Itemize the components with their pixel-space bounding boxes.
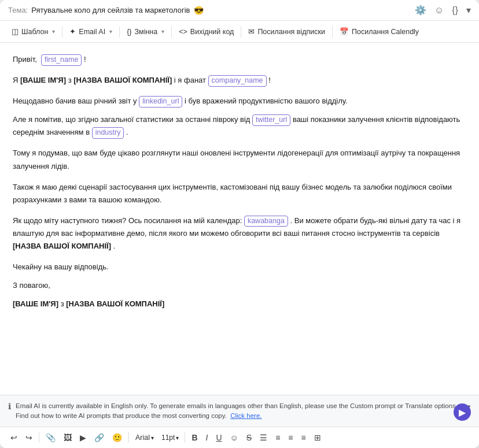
toolbar-sep-3 — [171, 26, 172, 38]
twitter-prefix: Але я помітив, що згідно загальної стати… — [13, 115, 252, 124]
signature-line: [ВАШЕ ІМ'Я] з [НАЗВА ВАШОЇ КОМПАНІЇ] — [13, 298, 466, 310]
tools-para: Тому я подумав, що вам буде цікаво розгл… — [13, 147, 466, 172]
table-button[interactable]: ⊞ — [311, 431, 325, 445]
italic-button[interactable]: I — [202, 431, 212, 445]
align-button[interactable]: ≡ — [285, 431, 296, 445]
calendar-company-bold: [НАЗВА ВАШОЇ КОМПАНІЇ] — [13, 242, 111, 250]
calendly-icon: 📅 — [340, 27, 349, 36]
video-button[interactable]: ▶ — [76, 431, 90, 445]
menu-icon[interactable]: ▾ — [466, 5, 471, 16]
variable-chevron: ▾ — [161, 28, 164, 35]
info-icon: ℹ — [8, 402, 11, 411]
line-spacing-button[interactable]: ≡ — [298, 431, 309, 445]
companyname-tag[interactable]: company_name — [208, 75, 267, 87]
info-text: Email AI is currently available in Engli… — [16, 401, 462, 421]
variable-label: Змінна — [135, 28, 158, 36]
bt-sep-2 — [128, 432, 129, 443]
unsub-icon: ✉ — [248, 27, 255, 36]
email-ai-label: Email AI — [79, 28, 105, 36]
code-icon[interactable]: {} — [452, 5, 458, 16]
ai-generate-button[interactable]: ▶ — [454, 403, 471, 421]
emoji-insert-button[interactable]: ☺ — [227, 431, 242, 445]
regards-line: З повагою, — [13, 279, 466, 292]
linkedin-prefix: Нещодавно бачив ваш річний звіт у — [13, 97, 139, 105]
source-code-button[interactable]: <> Вихідний код — [173, 25, 240, 39]
email-ai-button[interactable]: ✦ Email AI ▾ — [64, 24, 118, 39]
redo-button[interactable]: ↪ — [22, 431, 36, 445]
scenarios-para: Також я маю деякі сценарії застосування … — [13, 181, 466, 206]
greeting-suffix: ! — [84, 55, 86, 64]
bold-button[interactable]: B — [188, 431, 201, 445]
emoji-button[interactable]: 🙂 — [109, 431, 126, 445]
toolbar-sep-2 — [119, 26, 120, 38]
firstname-tag[interactable]: first_name — [41, 54, 82, 66]
info-link[interactable]: Click here. — [230, 412, 261, 419]
company-bold: [НАЗВА ВАШОЇ КОМПАНІЇ] — [73, 76, 172, 84]
source-label: Вихідний код — [190, 28, 234, 36]
customize-icon[interactable]: ⚙️ — [415, 5, 426, 16]
intro-suffix: ! — [268, 76, 271, 84]
linkedin-tag[interactable]: linkedin_url — [139, 96, 182, 108]
greeting-line: Привіт, first_name ! — [13, 53, 466, 66]
image-button[interactable]: 🖼 — [60, 431, 75, 445]
title-label: Тема: — [8, 6, 28, 14]
source-icon: <> — [179, 28, 187, 36]
ai-icon: ✦ — [69, 27, 76, 36]
link-button[interactable]: 🔗 — [91, 431, 108, 445]
twitter-tag[interactable]: twitter_url — [252, 114, 290, 126]
editor-toolbar: ◫ Шаблон ▾ ✦ Email AI ▾ {} Змінна ▾ <> В… — [0, 21, 479, 43]
variable-icon: {} — [127, 28, 131, 36]
font-size-label: 11pt — [161, 434, 175, 442]
unsub-label: Посилання відписки — [257, 28, 325, 36]
font-label: Arial — [135, 434, 150, 442]
title-bar: Тема: Рятувальне коло для сейлзів та мар… — [0, 0, 479, 21]
sig-company: [НАЗВА ВАШОЇ КОМПАНІЇ] — [66, 299, 164, 308]
variable-button[interactable]: {} Змінна ▾ — [121, 25, 170, 39]
template-icon: ◫ — [12, 27, 19, 36]
email-editor-window: Тема: Рятувальне коло для сейлзів та мар… — [0, 0, 479, 448]
bullet-list-button[interactable]: ☰ — [256, 431, 271, 445]
editor-content[interactable]: Привіт, first_name ! Я [ВАШЕ ІМ'Я] з [НА… — [0, 43, 479, 395]
calendly-label: Посилання Calendly — [352, 28, 419, 36]
title-emoji: 😎 — [194, 6, 204, 15]
template-button[interactable]: ◫ Шаблон ▾ — [6, 24, 61, 39]
twitter-line: Але я помітив, що згідно загальної стати… — [13, 113, 466, 139]
template-chevron: ▾ — [52, 28, 55, 35]
strikethrough-button[interactable]: S — [243, 431, 255, 445]
undo-button[interactable]: ↩ — [7, 431, 21, 445]
font-selector[interactable]: Arial ▾ — [132, 432, 157, 443]
intro-line: Я [ВАШЕ ІМ'Я] з [НАЗВА ВАШОЇ КОМПАНІЇ] і… — [13, 74, 466, 87]
linkedin-suffix: і був вражений продуктивністю вашого від… — [185, 97, 348, 105]
toolbar-sep-1 — [62, 26, 62, 38]
your-name-bold: [ВАШЕ ІМ'Я] — [20, 76, 66, 84]
title-bar-left: Тема: Рятувальне коло для сейлзів та мар… — [8, 6, 204, 15]
emoji-picker-icon[interactable]: ☺ — [434, 5, 444, 16]
linkedin-line: Нещодавно бачив ваш річний звіт у linked… — [13, 95, 466, 108]
kawabanga-tag[interactable]: kawabanga — [244, 216, 288, 227]
info-bar: ℹ Email AI is currently available in Eng… — [0, 395, 479, 427]
email-subject: Рятувальне коло для сейлзів та маркетоло… — [31, 6, 190, 14]
ai-chevron: ▾ — [109, 28, 112, 35]
sig-middle: з — [61, 299, 67, 308]
sig-name: [ВАШЕ ІМ'Я] — [13, 299, 58, 308]
calendar-para: Як щодо міту наступного тижня? Ось посил… — [13, 214, 466, 253]
closing-line: Чекайну на вашу відповідь. — [13, 261, 466, 273]
greeting-text: Привіт, — [13, 55, 37, 64]
calendly-button[interactable]: 📅 Посилання Calendly — [334, 24, 425, 39]
title-bar-right: ⚙️ ☺ {} ▾ — [415, 5, 471, 16]
bt-sep-3 — [185, 432, 185, 443]
font-chevron: ▾ — [151, 435, 154, 441]
template-label: Шаблон — [21, 28, 48, 36]
calendar-prefix: Як щодо міту наступного тижня? Ось посил… — [13, 216, 244, 225]
bt-sep-1 — [39, 432, 39, 443]
underline-button[interactable]: U — [212, 431, 225, 445]
toolbar-sep-5 — [332, 26, 333, 38]
numbered-list-button[interactable]: ≡ — [272, 431, 283, 445]
bottom-toolbar: ↩ ↪ 📎 🖼 ▶ 🔗 🙂 Arial ▾ 11pt ▾ B I U ☺ S ☰… — [0, 427, 479, 448]
attachment-button[interactable]: 📎 — [42, 431, 59, 445]
calendar-end: . — [113, 242, 116, 250]
unsub-link-button[interactable]: ✉ Посилання відписки — [242, 24, 331, 39]
industry-tag[interactable]: industry — [92, 127, 124, 139]
toolbar-sep-4 — [241, 26, 241, 38]
font-size-selector[interactable]: 11pt ▾ — [159, 432, 182, 443]
